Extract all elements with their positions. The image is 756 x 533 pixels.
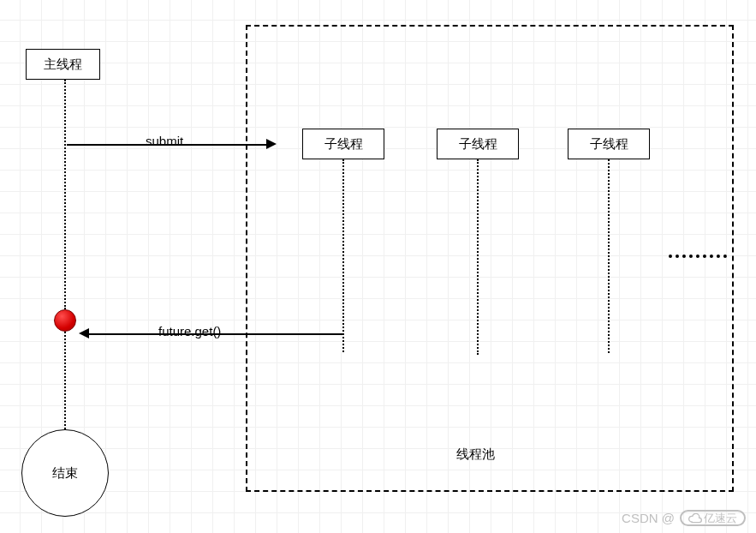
- main-thread-label: 主线程: [44, 57, 82, 73]
- continuation-dots: [669, 255, 727, 258]
- child-thread-3-box: 子线程: [568, 129, 650, 159]
- watermark: CSDN @ 亿速云: [622, 510, 746, 526]
- child-thread-3-label: 子线程: [590, 136, 628, 153]
- future-get-arrow-head: [79, 328, 89, 338]
- child-thread-3-lifeline: [608, 159, 610, 353]
- main-thread-box: 主线程: [26, 49, 100, 80]
- child-thread-1-lifeline: [342, 159, 344, 352]
- main-thread-lifeline-top: [64, 80, 66, 309]
- watermark-csdn: CSDN @: [622, 511, 675, 525]
- submit-label: submit: [146, 134, 183, 148]
- child-thread-2-box: 子线程: [437, 129, 519, 159]
- watermark-brand-badge: 亿速云: [680, 510, 746, 526]
- cloud-icon: [688, 513, 702, 524]
- thread-pool-container: [246, 25, 734, 492]
- end-label: 结束: [52, 465, 78, 482]
- child-thread-2-label: 子线程: [459, 136, 497, 153]
- future-get-label: future.get(): [158, 324, 221, 338]
- end-circle: 结束: [21, 429, 109, 517]
- blocking-wait-dot: [54, 309, 76, 332]
- child-thread-1-label: 子线程: [324, 136, 363, 153]
- child-thread-2-lifeline: [477, 159, 479, 355]
- thread-pool-label: 线程池: [456, 446, 495, 463]
- watermark-brand: 亿速云: [704, 512, 737, 524]
- child-thread-1-box: 子线程: [302, 129, 384, 159]
- main-thread-lifeline-bottom: [64, 332, 66, 429]
